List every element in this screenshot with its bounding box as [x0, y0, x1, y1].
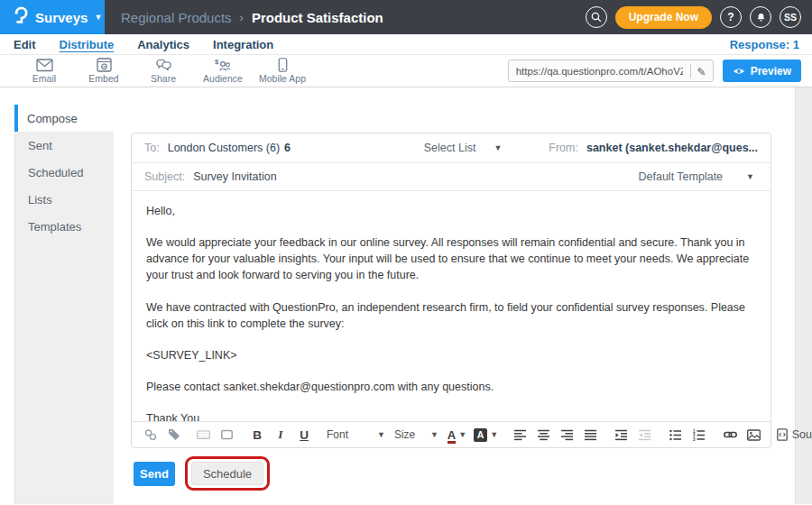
tab-analytics[interactable]: Analytics: [137, 38, 189, 51]
edit-url-pencil-icon[interactable]: ✎: [690, 64, 713, 78]
body-paragraph: We have contracted with QuestionPro, an …: [146, 299, 756, 332]
text-color-a: A: [448, 429, 456, 441]
schedule-highlight-annotation: Schedule: [185, 456, 270, 491]
source-button[interactable]: Source: [776, 426, 812, 444]
italic-button[interactable]: I: [272, 426, 289, 444]
app-menu-surveys[interactable]: Surveys ▼: [0, 0, 105, 34]
bold-button[interactable]: B: [249, 426, 265, 444]
bg-color-a: A: [474, 428, 487, 442]
insert-link-button[interactable]: [722, 426, 738, 444]
email-compose-panel: To: London Customers (6) 6 Select List ▼…: [131, 133, 771, 448]
subject-label: Subject:: [144, 170, 185, 183]
background-color-button[interactable]: A ▼: [474, 426, 498, 444]
align-right-button[interactable]: [559, 426, 576, 444]
size-select-label: Size: [394, 428, 418, 441]
insert-image-button[interactable]: [745, 426, 761, 444]
sidebar-item-sent[interactable]: Sent: [15, 132, 114, 159]
tab-distribute[interactable]: Distribute: [60, 38, 115, 51]
merge-link-button[interactable]: [143, 426, 159, 444]
compose-actions: Send Schedule: [134, 456, 270, 491]
compose-sidebar: Compose Sent Scheduled Lists Templates: [14, 105, 114, 504]
breadcrumb-separator-icon: ›: [240, 11, 244, 24]
avatar[interactable]: SS: [780, 6, 801, 28]
outdent-button[interactable]: [637, 426, 653, 444]
font-select[interactable]: Font ▼: [327, 428, 385, 441]
channel-label: Email: [32, 73, 56, 84]
questionpro-logo-icon: [12, 5, 29, 29]
schedule-button[interactable]: Schedule: [191, 462, 263, 485]
tab-integration[interactable]: Integration: [213, 38, 273, 51]
to-label: To:: [144, 142, 160, 154]
outdent-icon: [639, 429, 651, 441]
indent-button[interactable]: [614, 426, 630, 444]
button-insert-button[interactable]: [218, 426, 235, 444]
distribute-content: Compose Sent Scheduled Lists Templates T…: [0, 87, 812, 504]
channel-label: Audience: [203, 73, 243, 84]
from-value[interactable]: sanket (sanket.shekdar@ques...: [586, 142, 758, 154]
from-group: From: sanket (sanket.shekdar@ques...: [549, 142, 758, 154]
sidebar-item-templates[interactable]: Templates: [15, 213, 114, 240]
link-icon: [724, 428, 737, 441]
channel-share[interactable]: Share: [134, 58, 193, 84]
survey-url-input[interactable]: [509, 66, 690, 77]
bell-icon: [755, 12, 767, 23]
body-paragraph: Hello,: [146, 203, 756, 219]
embed-icon: [97, 58, 112, 72]
send-button[interactable]: Send: [134, 462, 175, 486]
preview-button[interactable]: Preview: [723, 60, 801, 82]
source-document-icon: [777, 428, 788, 441]
channel-label: Mobile App: [259, 73, 306, 84]
select-list-dropdown[interactable]: Select List ▼: [424, 142, 503, 154]
survey-subnav: Edit Distribute Analytics Integration Re…: [0, 34, 812, 55]
keyboard-button[interactable]: [195, 426, 211, 444]
template-dropdown[interactable]: Default Template ▼: [639, 170, 759, 183]
channel-label: Embed: [88, 73, 118, 84]
bulleted-list-button[interactable]: [668, 426, 684, 444]
size-select[interactable]: Size ▼: [394, 428, 438, 441]
body-paragraph: We would appreciate your feedback in our…: [146, 234, 756, 283]
notifications-button[interactable]: [750, 6, 771, 28]
align-left-button[interactable]: [512, 426, 529, 444]
subject-value[interactable]: Survey Invitation: [193, 170, 276, 183]
breadcrumb-parent[interactable]: Regional Products: [121, 10, 232, 25]
search-button[interactable]: [586, 6, 607, 28]
sidebar-item-scheduled[interactable]: Scheduled: [15, 159, 114, 186]
svg-text:3: 3: [693, 436, 696, 440]
bulleted-list-icon: [669, 429, 682, 441]
header-actions: Upgrade Now ? SS: [586, 6, 812, 29]
body-paragraph: Please contact sanket.shekdar@questionpr…: [146, 379, 756, 395]
channel-email[interactable]: Email: [14, 58, 74, 84]
numbered-list-button[interactable]: 123: [691, 426, 707, 444]
email-icon: [36, 58, 53, 72]
upgrade-now-button[interactable]: Upgrade Now: [615, 6, 712, 29]
help-button[interactable]: ?: [720, 6, 742, 28]
underline-button[interactable]: U: [296, 426, 312, 444]
align-center-button[interactable]: [536, 426, 552, 444]
search-icon: [590, 11, 603, 23]
app-menu-label: Surveys: [35, 10, 88, 25]
email-body-editor[interactable]: Hello, We would appreciate your feedback…: [132, 191, 770, 421]
richtext-toolbar: B I U Font ▼ Size ▼ A ▼ A ▼: [132, 421, 770, 447]
response-count[interactable]: Response: 1: [730, 38, 812, 51]
to-row: To: London Customers (6) 6 Select List ▼…: [132, 133, 770, 163]
channel-audience[interactable]: $ Audience: [193, 58, 253, 84]
chevron-down-icon: ▼: [490, 430, 498, 439]
align-center-icon: [538, 429, 550, 441]
chevron-down-icon: ▼: [494, 143, 502, 152]
mobile-app-icon: [278, 58, 288, 72]
channel-embed[interactable]: Embed: [74, 58, 134, 84]
channel-mobile-app[interactable]: Mobile App: [253, 58, 312, 84]
text-color-button[interactable]: A ▼: [448, 426, 466, 444]
sidebar-item-compose[interactable]: Compose: [14, 105, 114, 132]
body-paragraph: <SURVEY_LINK>: [146, 347, 756, 363]
tab-edit[interactable]: Edit: [14, 38, 36, 51]
sidebar-item-lists[interactable]: Lists: [15, 186, 114, 213]
chevron-down-icon: ▼: [746, 172, 754, 181]
select-list-label: Select List: [424, 142, 476, 154]
to-value[interactable]: London Customers (6): [168, 142, 280, 154]
keyboard-icon: [197, 428, 210, 441]
rings-link-icon: [144, 428, 157, 441]
justify-button[interactable]: [583, 426, 599, 444]
distribute-toolbar: Email Embed Share $ Audience M: [0, 55, 812, 87]
tag-button[interactable]: [166, 426, 182, 444]
